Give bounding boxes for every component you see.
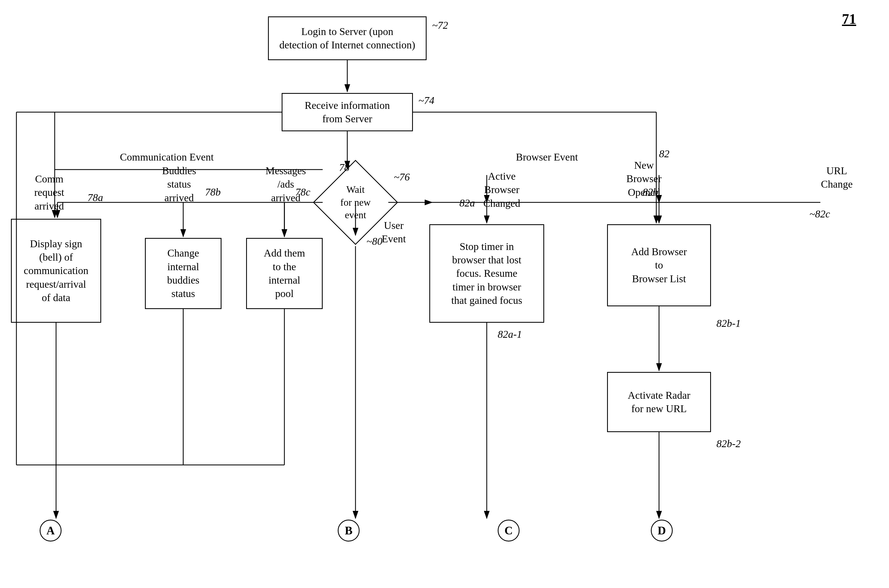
buddies-label: Buddies status arrived	[150, 164, 208, 205]
receive-box-label: Receive information from Server	[304, 99, 390, 126]
ref-72: ~72	[432, 19, 448, 31]
ref-74: ~74	[418, 94, 435, 106]
ref-78c: 78c	[295, 186, 310, 198]
page-number: 71	[842, 11, 856, 27]
ref-82a: 82a	[459, 197, 475, 209]
ref-82a-label: Active Browser Changed	[473, 170, 531, 210]
change-buddies-label: Change internal buddies status	[167, 246, 199, 301]
add-browser-label: Add Browser to Browser List	[631, 245, 687, 285]
add-browser-box: Add Browser to Browser List	[607, 224, 711, 306]
ref-82b2: 82b-2	[717, 438, 741, 450]
login-box: Login to Server (upon detection of Inter…	[268, 16, 427, 60]
stop-timer-box: Stop timer in browser that lost focus. R…	[429, 224, 544, 323]
ref-78a: 78a	[87, 192, 103, 204]
add-pool-label: Add them to the internal pool	[264, 246, 305, 301]
ref-82: 82	[659, 148, 669, 160]
display-box: Display sign (bell) of communication req…	[11, 219, 101, 323]
browser-event-label: Browser Event	[465, 150, 629, 164]
connector-B-label: B	[345, 524, 352, 537]
comm-event-label: Communication Event	[71, 150, 262, 164]
ref-78b: 78b	[205, 186, 221, 198]
comm-req-label: Comm request arrived	[22, 172, 76, 213]
activate-radar-box: Activate Radar for new URL	[607, 372, 711, 432]
connector-C-label: C	[505, 524, 513, 537]
display-box-label: Display sign (bell) of communication req…	[24, 237, 88, 304]
change-buddies-box: Change internal buddies status	[145, 238, 222, 309]
ref-82c: ~82c	[810, 208, 830, 220]
connector-D-label: D	[658, 524, 666, 537]
url-change-label: URL Change	[810, 164, 864, 191]
ref-82a1: 82a-1	[498, 328, 522, 340]
connector-C: C	[498, 520, 520, 542]
connector-B: B	[338, 520, 360, 542]
activate-radar-label: Activate Radar for new URL	[628, 388, 691, 416]
receive-box: Receive information from Server	[282, 93, 413, 131]
connector-A-label: A	[46, 524, 55, 537]
connector-A: A	[40, 520, 61, 542]
ref-78: 78	[339, 161, 349, 173]
ref-76: ~76	[394, 171, 410, 183]
wait-diamond-label: Wait for new event	[340, 183, 371, 222]
ref-82b1: 82b-1	[717, 317, 741, 329]
login-box-label: Login to Server (upon detection of Inter…	[279, 25, 415, 52]
ref-82b: 82b	[643, 186, 658, 198]
messages-label: Messages /ads arrived	[257, 164, 315, 205]
stop-timer-label: Stop timer in browser that lost focus. R…	[451, 240, 522, 308]
ref-80: ~80	[366, 235, 382, 247]
add-pool-box: Add them to the internal pool	[246, 238, 323, 309]
connector-D: D	[651, 520, 673, 542]
